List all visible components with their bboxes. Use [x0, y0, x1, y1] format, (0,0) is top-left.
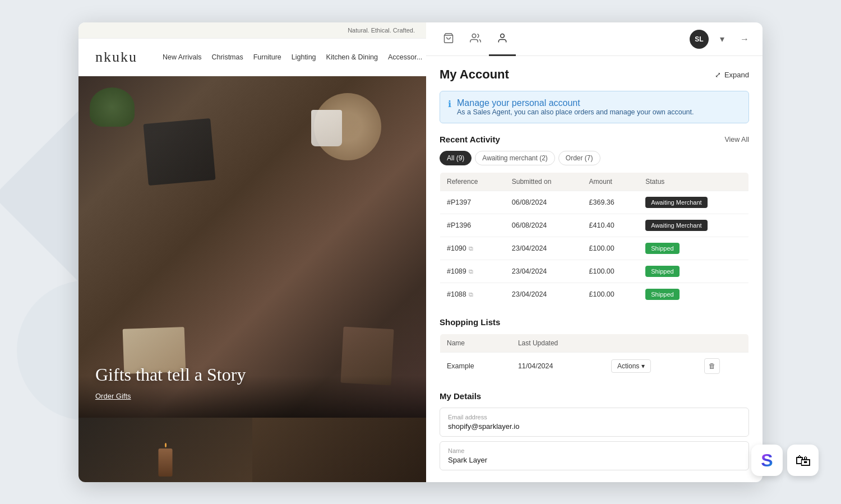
store-thumb-2: [252, 418, 426, 482]
reports-section: Reports: [440, 482, 749, 482]
status-badge: Shipped: [645, 289, 679, 300]
store-panel: Natural. Ethical. Crafted. nkuku New Arr…: [78, 22, 426, 482]
col-name: Name: [440, 334, 511, 353]
shopping-name: Example: [440, 353, 511, 380]
store-hero: Gifts that tell a Story Order Gifts: [78, 76, 426, 418]
user-avatar[interactable]: SL: [690, 30, 709, 49]
hero-background: Gifts that tell a Story Order Gifts: [78, 76, 426, 418]
svg-point-2: [501, 34, 505, 38]
table-row[interactable]: #1088⧉ 23/04/2024 £100.00 Shipped: [440, 283, 749, 306]
col-last-updated: Last Updated: [511, 334, 604, 353]
toolbar-users-icon[interactable]: [462, 22, 489, 56]
cell-reference: #P1396: [440, 214, 505, 237]
sparklayer-logo: S: [751, 445, 783, 476]
name-value: Spark Layer: [448, 456, 741, 464]
delete-button[interactable]: 🗑: [704, 358, 720, 374]
shopping-delete: 🗑: [697, 353, 748, 380]
email-field: Email address shopify@sparklayer.io: [440, 408, 749, 437]
table-row[interactable]: #1090⧉ 23/04/2024 £100.00 Shipped: [440, 237, 749, 260]
cell-reference: #1089⧉: [440, 260, 505, 283]
cell-amount: £369.36: [583, 191, 639, 214]
account-panel: SL ▾ → My Account ⤢ Expand ℹ Manage your…: [426, 22, 763, 482]
nav-furniture[interactable]: Furniture: [253, 53, 281, 61]
my-details-title: My Details: [440, 391, 481, 401]
account-content: My Account ⤢ Expand ℹ Manage your person…: [426, 56, 763, 482]
store-tagline: Natural. Ethical. Crafted.: [348, 27, 415, 34]
view-all-link[interactable]: View All: [724, 136, 749, 144]
info-banner-content: Manage your personal account As a Sales …: [457, 98, 694, 116]
hero-overlay: Gifts that tell a Story Order Gifts: [78, 348, 426, 418]
cell-submitted: 23/04/2024: [505, 237, 583, 260]
cell-submitted: 06/08/2024: [505, 191, 583, 214]
cell-amount: £410.40: [583, 214, 639, 237]
nav-accessories[interactable]: Accessor...: [388, 53, 422, 61]
store-logo: nkuku: [95, 49, 146, 66]
cell-reference: #1088⧉: [440, 283, 505, 306]
forward-arrow-icon[interactable]: →: [736, 30, 754, 48]
expand-icon: ⤢: [715, 71, 721, 79]
hero-dark-plate-decoration: [143, 118, 215, 186]
hero-cta-link[interactable]: Order Gifts: [95, 392, 131, 400]
tab-order[interactable]: Order (7): [558, 151, 600, 165]
table-row[interactable]: #1089⧉ 23/04/2024 £100.00 Shipped: [440, 260, 749, 283]
col-status: Status: [639, 173, 748, 191]
cell-submitted: 23/04/2024: [505, 283, 583, 306]
nav-lighting[interactable]: Lighting: [292, 53, 316, 61]
chevron-icon: ▾: [641, 362, 645, 370]
store-topbar: Natural. Ethical. Crafted.: [78, 22, 426, 39]
reports-title: Reports: [440, 482, 472, 482]
shopify-logo: 🛍: [787, 445, 819, 476]
nav-new-arrivals[interactable]: New Arrivals: [163, 53, 201, 61]
shopping-actions: Actions ▾: [604, 353, 697, 380]
shopping-list-row: Example 11/04/2024 Actions ▾ 🗑: [440, 353, 749, 380]
toolbar-person-icon[interactable]: [489, 22, 516, 56]
logos-overlay: S 🛍: [751, 445, 819, 476]
info-banner-body: As a Sales Agent, you can also place ord…: [457, 108, 694, 116]
col-reference: Reference: [440, 173, 505, 191]
cell-submitted: 06/08/2024: [505, 214, 583, 237]
name-field: Name Spark Layer: [440, 441, 749, 470]
cell-status: Shipped: [639, 260, 748, 283]
cell-submitted: 23/04/2024: [505, 260, 583, 283]
my-details-header: My Details: [440, 391, 749, 401]
store-thumbnails: [78, 418, 426, 482]
manage-account-link[interactable]: Manage your personal account: [457, 98, 580, 108]
actions-button[interactable]: Actions ▾: [611, 359, 651, 373]
spark-s-icon: S: [761, 450, 773, 471]
nav-christmas[interactable]: Christmas: [211, 53, 243, 61]
tab-awaiting-merchant[interactable]: Awaiting merchant (2): [475, 151, 555, 165]
email-label: Email address: [448, 414, 741, 420]
cell-status: Shipped: [639, 283, 748, 306]
shopping-lists-title: Shopping Lists: [440, 317, 500, 327]
chevron-down-icon[interactable]: ▾: [713, 30, 731, 48]
toolbar-bag-icon[interactable]: [435, 22, 462, 56]
main-container: Natural. Ethical. Crafted. nkuku New Arr…: [78, 22, 763, 482]
info-banner: ℹ Manage your personal account As a Sale…: [440, 91, 749, 123]
recent-activity-header: Recent Activity View All: [440, 135, 749, 144]
expand-label: Expand: [724, 71, 749, 79]
shopping-lists-header: Shopping Lists: [440, 317, 749, 327]
shopping-lists-table: Name Last Updated Example 11/04/2024 Act…: [440, 334, 749, 380]
orders-table: Reference Submitted on Amount Status #P1…: [440, 172, 749, 306]
store-header: nkuku New Arrivals Christmas Furniture L…: [78, 39, 426, 76]
candle-decoration: [159, 448, 173, 477]
store-nav: New Arrivals Christmas Furniture Lightin…: [163, 53, 422, 61]
my-details-section: My Details Email address shopify@sparkla…: [440, 391, 749, 470]
shopify-bag-icon: 🛍: [795, 451, 811, 470]
tab-all[interactable]: All (9): [440, 151, 472, 165]
hero-plant-decoration: [90, 87, 135, 127]
expand-button[interactable]: ⤢ Expand: [715, 71, 749, 79]
status-badge: Awaiting Merchant: [645, 220, 707, 231]
col-amount: Amount: [583, 173, 639, 191]
nav-kitchen[interactable]: Kitchen & Dining: [326, 53, 378, 61]
cell-amount: £100.00: [583, 237, 639, 260]
account-title: My Account: [440, 67, 509, 82]
table-row[interactable]: #P1396 06/08/2024 £410.40 Awaiting Merch…: [440, 214, 749, 237]
cell-status: Awaiting Merchant: [639, 191, 748, 214]
email-value: shopify@sparklayer.io: [448, 422, 741, 431]
hero-mug-decoration: [311, 110, 342, 146]
recent-activity-title: Recent Activity: [440, 135, 500, 144]
cell-reference: #P1397: [440, 191, 505, 214]
table-row[interactable]: #P1397 06/08/2024 £369.36 Awaiting Merch…: [440, 191, 749, 214]
store-thumb-1: [78, 418, 252, 482]
